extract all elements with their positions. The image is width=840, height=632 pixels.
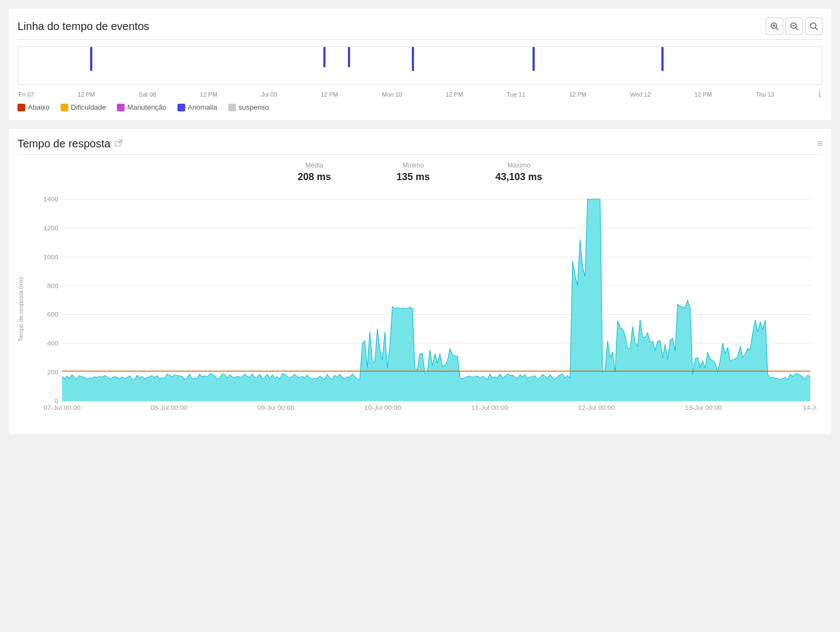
- timeline-chart[interactable]: [17, 46, 823, 85]
- legend-color-swatch: [17, 104, 25, 111]
- svg-text:14-J.: 14-J.: [803, 404, 818, 411]
- timeline-title: Linha do tempo de eventos: [17, 20, 149, 33]
- svg-text:1000: 1000: [43, 253, 58, 260]
- timeline-label: 12 PM: [200, 91, 217, 98]
- timeline-label: Jul 09: [261, 91, 277, 98]
- response-time-panel: Tempo de resposta ≡ Média 208 ms Mínimo …: [9, 129, 831, 434]
- svg-text:13-Jul 00:00: 13-Jul 00:00: [685, 404, 722, 411]
- zoom-in-icon: [770, 22, 779, 31]
- timeline-label: Thu 13: [755, 91, 774, 98]
- svg-point-7: [811, 23, 816, 28]
- svg-text:200: 200: [47, 369, 58, 375]
- timeline-legend: AbaixoDificuldadeManutençãoAnomaliasuspe…: [17, 103, 823, 111]
- chart-area: Tempo de resposta (ms) 02004006008001000…: [17, 194, 823, 425]
- svg-text:400: 400: [47, 340, 58, 347]
- timeline-label: Wed 12: [630, 91, 651, 98]
- legend-label: Abaixo: [28, 103, 50, 111]
- timeline-x-labels: Fri 0712 PMSat 0812 PMJul 0912 PMMon 101…: [17, 91, 823, 98]
- legend-label: suspenso: [239, 103, 269, 111]
- timeline-label: Fri 07: [19, 91, 34, 98]
- response-time-header: Tempo de resposta ≡: [17, 138, 823, 155]
- search-icon: [809, 22, 818, 31]
- legend-item: suspenso: [228, 103, 269, 111]
- svg-line-8: [815, 28, 818, 30]
- svg-text:800: 800: [47, 282, 58, 289]
- stat-maximo: Máximo 43,103 ms: [495, 162, 542, 183]
- zoom-out-button[interactable]: [785, 17, 803, 35]
- legend-item: Manutenção: [117, 103, 167, 111]
- timeline-event-bar: [533, 47, 535, 71]
- svg-text:10-Jul 00:00: 10-Jul 00:00: [364, 404, 401, 411]
- response-time-title-group: Tempo de resposta: [17, 138, 122, 150]
- timeline-event-bar: [412, 47, 414, 71]
- search-button[interactable]: [805, 17, 823, 35]
- legend-label: Anomalia: [188, 103, 217, 111]
- timeline-event-bar: [661, 47, 664, 71]
- svg-text:1400: 1400: [43, 196, 58, 202]
- svg-text:0: 0: [55, 398, 58, 404]
- legend-item: Dificuldade: [61, 103, 106, 111]
- chart-inner: 020040060080010001200140007-Jul 00:0008-…: [28, 194, 823, 425]
- svg-text:11-Jul 00:00: 11-Jul 00:00: [471, 404, 508, 411]
- timeline-header: Linha do tempo de eventos: [17, 17, 823, 40]
- legend-color-swatch: [117, 104, 125, 111]
- stat-media-value: 208 ms: [298, 171, 331, 183]
- svg-line-5: [796, 28, 798, 30]
- timeline-label: Mon 10: [382, 91, 402, 98]
- timeline-label: 12 PM: [321, 91, 338, 98]
- response-time-title: Tempo de resposta: [17, 138, 110, 150]
- stat-maximo-value: 43,103 ms: [495, 171, 542, 183]
- timeline-label: Tue 11: [507, 91, 525, 98]
- svg-text:08-Jul 00:00: 08-Jul 00:00: [150, 404, 187, 411]
- legend-color-swatch: [228, 104, 236, 111]
- timeline-event-bar: [90, 47, 92, 71]
- stat-minimo: Mínimo 135 ms: [397, 162, 430, 183]
- legend-item: Anomalia: [178, 103, 217, 111]
- stats-row: Média 208 ms Mínimo 135 ms Máximo 43,103…: [17, 162, 823, 183]
- y-axis-label: Tempo de resposta (ms): [17, 194, 28, 425]
- timeline-label: 1: [818, 91, 821, 98]
- timeline-label: 12 PM: [695, 91, 712, 98]
- menu-icon[interactable]: ≡: [817, 138, 823, 150]
- zoom-controls: [766, 17, 823, 35]
- legend-label: Dificuldade: [71, 103, 106, 111]
- svg-text:12-Jul 00:00: 12-Jul 00:00: [578, 404, 615, 411]
- timeline-label: 12 PM: [78, 91, 95, 98]
- svg-text:600: 600: [47, 311, 58, 318]
- response-time-chart-svg: 020040060080010001200140007-Jul 00:0008-…: [28, 194, 823, 423]
- svg-text:1200: 1200: [43, 224, 58, 231]
- timeline-panel: Linha do tempo de eventos: [9, 9, 831, 120]
- stat-media-label: Média: [298, 162, 331, 169]
- zoom-out-icon: [790, 22, 798, 31]
- legend-item: Abaixo: [17, 103, 50, 111]
- timeline-label: 12 PM: [446, 91, 463, 98]
- timeline-label: Sat 08: [139, 91, 156, 98]
- stat-media: Média 208 ms: [298, 162, 331, 183]
- svg-line-1: [776, 28, 778, 30]
- external-link-icon[interactable]: [115, 139, 122, 148]
- timeline-event-bar: [348, 47, 350, 67]
- stat-maximo-label: Máximo: [495, 162, 542, 169]
- zoom-in-button[interactable]: [766, 17, 783, 35]
- legend-color-swatch: [178, 104, 185, 111]
- legend-color-swatch: [61, 104, 68, 111]
- timeline-event-bar: [323, 47, 326, 67]
- svg-text:07-Jul 00:00: 07-Jul 00:00: [44, 404, 81, 411]
- stat-minimo-value: 135 ms: [397, 171, 430, 183]
- legend-label: Manutenção: [127, 103, 167, 111]
- stat-minimo-label: Mínimo: [397, 162, 430, 169]
- timeline-label: 12 PM: [569, 91, 587, 98]
- svg-text:09-Jul 00:00: 09-Jul 00:00: [257, 404, 294, 411]
